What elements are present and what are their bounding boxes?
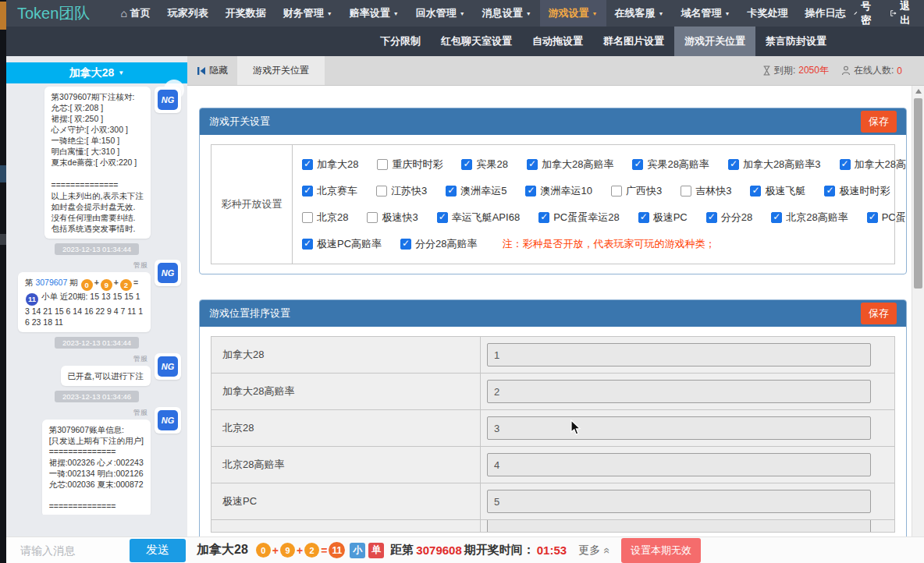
logout-icon bbox=[890, 9, 897, 18]
lottery-checkbox[interactable]: 广西快3 bbox=[611, 184, 662, 198]
sort-order-input[interactable] bbox=[487, 416, 871, 440]
send-button[interactable]: 发送 bbox=[130, 539, 186, 562]
lottery-checkbox[interactable]: 分分28高赔率 bbox=[400, 237, 477, 251]
checkbox-label: 宾果28高赔率 bbox=[647, 158, 709, 172]
sender-name: 管服 bbox=[21, 260, 147, 271]
checkbox-box bbox=[771, 212, 782, 223]
chat-room-selector[interactable]: 加拿大28 ▼ bbox=[6, 62, 187, 83]
sort-row-name: 北京28 bbox=[211, 410, 481, 446]
lottery-checkbox[interactable]: 加拿大28 bbox=[302, 158, 358, 172]
current-game-name: 加拿大28 bbox=[197, 542, 248, 558]
lottery-checkbox[interactable]: 加拿大28高赔率3 bbox=[728, 158, 821, 172]
tab-game-switch-position[interactable]: 游戏开关位置 bbox=[237, 56, 325, 85]
lottery-checkbox[interactable]: 宾果28高赔率 bbox=[632, 158, 709, 172]
chat-message-input[interactable] bbox=[20, 544, 130, 557]
sort-order-input[interactable] bbox=[487, 490, 871, 513]
topnav-item-label: 消息设置 bbox=[482, 6, 523, 20]
lottery-checkbox[interactable]: 澳洲幸运5 bbox=[446, 184, 506, 198]
message-column: 管服第 3079607 期 0+9+2=11 小单 近20期: 15 13 15… bbox=[18, 260, 151, 332]
background-icon-orange bbox=[0, 2, 6, 30]
lottery-checkbox[interactable]: 江苏快3 bbox=[376, 184, 427, 198]
checkbox-label: 分分28 bbox=[721, 211, 752, 225]
lottery-checkbox[interactable]: 加拿大28高赔率 bbox=[527, 158, 613, 172]
lottery-checkbox[interactable]: 吉林快3 bbox=[681, 184, 731, 198]
lottery-checkbox[interactable]: 极速PC bbox=[638, 211, 688, 225]
topnav-item[interactable]: ⌂首页 bbox=[112, 0, 158, 27]
lottery-checkbox[interactable]: 北京赛车 bbox=[302, 184, 357, 198]
topnav-item[interactable]: 玩家列表 bbox=[159, 0, 217, 27]
lottery-checkbox[interactable]: 澳洲幸运10 bbox=[525, 184, 592, 198]
chat-bubble: 第3079607期下注核对:允芯:[ 双:208 ]裙摆:[ 双:250 ]心メ… bbox=[44, 87, 151, 239]
sort-order-input[interactable] bbox=[487, 380, 871, 403]
save-sort-button[interactable]: 保存 bbox=[861, 303, 897, 324]
lottery-checkbox[interactable]: 宾果28 bbox=[461, 158, 507, 172]
equals-sign: = bbox=[321, 544, 327, 557]
checkbox-label: 极速PC高赔率 bbox=[317, 237, 382, 251]
plus-sign: + bbox=[114, 278, 119, 287]
checkbox-box bbox=[611, 186, 622, 197]
checkbox-label: 吉林快3 bbox=[695, 184, 731, 198]
chat-message: 管服第3079607账单信息:[只发送上期有下注的用户]============… bbox=[12, 407, 181, 515]
online-value: 0 bbox=[897, 66, 902, 76]
collapse-chevron-icon: » bbox=[599, 547, 612, 554]
lottery-checkbox[interactable]: 极速PC高赔率 bbox=[302, 237, 382, 251]
checkbox-label: 分分28高赔率 bbox=[415, 237, 477, 251]
sort-row-partial bbox=[211, 520, 894, 532]
topnav-item[interactable]: 开奖数据 bbox=[217, 0, 275, 27]
lottery-checkbox[interactable]: 分分28 bbox=[706, 211, 752, 225]
topnav-item[interactable]: 域名管理▼ bbox=[672, 0, 738, 27]
topnav-item[interactable]: 游戏设置▼ bbox=[540, 0, 606, 27]
checkbox-box bbox=[867, 212, 878, 223]
topnav-item[interactable]: 赔率设置▼ bbox=[341, 0, 407, 27]
plus-sign: + bbox=[272, 544, 279, 557]
topnav-menu: ⌂首页玩家列表开奖数据财务管理▼赔率设置▼回水管理▼消息设置▼游戏设置▼在线客服… bbox=[112, 0, 854, 27]
expire-status: 到期: 2050年 bbox=[762, 64, 829, 77]
scrollbar-thumb[interactable] bbox=[914, 98, 922, 289]
topnav-item[interactable]: 在线客服▼ bbox=[606, 0, 673, 27]
panel-switch-title: 游戏开关设置 bbox=[209, 115, 270, 129]
lottery-checkbox[interactable]: PC蛋蛋幸运28高赔率 bbox=[867, 211, 907, 225]
lottery-checkbox[interactable]: 幸运飞艇API68 bbox=[437, 211, 520, 225]
plus-sign: + bbox=[297, 544, 303, 557]
save-switch-button[interactable]: 保存 bbox=[861, 111, 897, 133]
topnav-item[interactable]: 消息设置▼ bbox=[474, 0, 540, 27]
lottery-checkbox[interactable]: 北京28 bbox=[302, 211, 348, 225]
sort-row: 加拿大28高赔率 bbox=[211, 374, 894, 410]
checkbox-label: 加拿大28高赔率4 bbox=[855, 158, 907, 172]
sort-order-input[interactable] bbox=[487, 520, 871, 532]
subnav-item-label: 禁言防封设置 bbox=[766, 34, 826, 48]
subnav-item[interactable]: 游戏开关位置 bbox=[674, 27, 755, 56]
subnav-item[interactable]: 下分限制 bbox=[370, 27, 431, 56]
topnav-item[interactable]: 回水管理▼ bbox=[407, 0, 474, 27]
lottery-checkbox[interactable]: 极速时时彩 bbox=[824, 184, 890, 198]
chat-message: 第3079607期下注核对:允芯:[ 双:208 ]裙摆:[ 双:250 ]心メ… bbox=[12, 87, 181, 239]
lottery-checkbox[interactable]: 重庆时时彩 bbox=[377, 158, 442, 172]
lottery-checkbox[interactable]: 加拿大28高赔率4 bbox=[840, 158, 907, 172]
more-toggle[interactable]: 更多 » bbox=[578, 544, 609, 558]
chat-message: 管服已开盘,可以进行下注NG bbox=[12, 353, 181, 386]
scrollbar-up-arrow[interactable] bbox=[915, 89, 922, 94]
vertical-scrollbar[interactable] bbox=[912, 86, 924, 536]
checkbox-label: 广西快3 bbox=[626, 184, 662, 198]
logout-link[interactable]: 退出 bbox=[890, 0, 913, 27]
sort-order-input[interactable] bbox=[487, 343, 871, 366]
chevron-down-icon: ▼ bbox=[118, 69, 124, 76]
chat-message-list[interactable]: 第3079607期下注核对:允芯:[ 双:208 ]裙摆:[ 双:250 ]心メ… bbox=[6, 83, 187, 515]
draw-number: 0 bbox=[256, 543, 271, 558]
hide-sidebar-button[interactable]: 隐藏 bbox=[187, 56, 237, 85]
scroll-content: 游戏开关设置 保存 彩种开放设置 加拿大28重庆时时彩宾果28加拿大28高赔率宾… bbox=[187, 86, 924, 536]
sort-order-input[interactable] bbox=[487, 453, 871, 476]
topnav-item[interactable]: 财务管理▼ bbox=[275, 0, 341, 27]
lottery-checkbox[interactable]: PC蛋蛋幸运28 bbox=[538, 211, 620, 225]
subnav-item[interactable]: 红包聊天室设置 bbox=[431, 27, 522, 56]
invalidate-issue-button[interactable]: 设置本期无效 bbox=[621, 538, 701, 563]
subnav-item[interactable]: 禁言防封设置 bbox=[755, 27, 837, 56]
lottery-checkbox[interactable]: 极速飞艇 bbox=[750, 184, 805, 198]
checkbox-box bbox=[302, 186, 313, 197]
topnav-item[interactable]: 操作日志 bbox=[796, 0, 854, 27]
topnav-item[interactable]: 卡奖处理 bbox=[738, 0, 796, 27]
lottery-checkbox[interactable]: 极速快3 bbox=[367, 211, 418, 225]
subnav-item[interactable]: 自动拖设置 bbox=[522, 27, 593, 56]
lottery-checkbox[interactable]: 北京28高赔率 bbox=[771, 211, 848, 225]
subnav-item[interactable]: 群名图片设置 bbox=[593, 27, 674, 56]
